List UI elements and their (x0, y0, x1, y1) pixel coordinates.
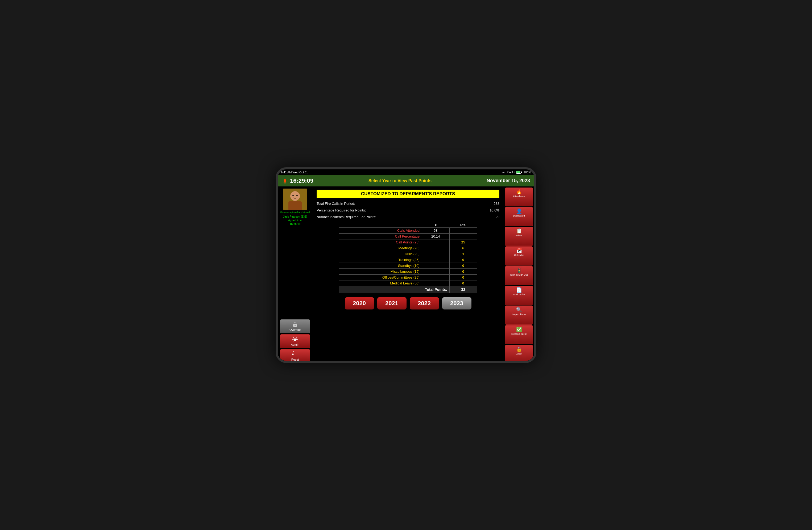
row-pts-4: 1 (449, 251, 477, 257)
row-pts-8: 0 (449, 274, 477, 280)
nav-icon-1: 👤 (516, 209, 522, 213)
header-clock-area: 16:29:09 (282, 177, 314, 184)
row-hash-0: 58 (422, 227, 449, 233)
svg-rect-3 (288, 201, 302, 210)
reset-button[interactable]: Reset (280, 349, 310, 363)
reset-icon (292, 351, 298, 358)
total-fire-calls-label: Total Fire Calls in Period: (317, 200, 355, 207)
number-incidents-label: Number incidents Required For Points: (317, 214, 376, 220)
gear-icon (292, 336, 298, 343)
nav-label-3: Calendar (514, 254, 524, 256)
user-signed-in: signed in at (288, 219, 303, 222)
nav-button-calendar[interactable]: 📅Calendar (505, 246, 533, 266)
number-incidents-value: 29 (496, 214, 499, 220)
svg-rect-8 (295, 325, 295, 326)
year-button-2022[interactable]: 2022 (410, 297, 439, 309)
nav-button-dashboard[interactable]: 👤Dashboard (505, 207, 533, 226)
user-photo (283, 189, 307, 210)
points-table: # Pts. Calls Attended58Call Percentage20… (339, 223, 477, 293)
signal-dots: ···· (502, 171, 506, 174)
svg-point-5 (296, 195, 298, 196)
left-bottom-buttons: Override Admin Reset (280, 319, 310, 363)
row-pts-9: 0 (449, 280, 477, 286)
center-panel: CUSTOMIZED TO DEPARMENT'S REPORTS Total … (313, 186, 504, 363)
nav-button-work-order[interactable]: 📄Work Order (505, 286, 533, 305)
table-row: Trainings (25)0 (339, 257, 477, 263)
row-label-6: Standbys (10) (339, 263, 422, 268)
nav-icon-2: 📋 (516, 228, 522, 233)
row-hash-3 (422, 245, 449, 251)
reset-label: Reset (291, 358, 299, 361)
nav-icon-4: 🚦 (516, 268, 522, 273)
row-label-9: Medical Leave (50) (339, 280, 422, 286)
nav-icon-8: 🔒 (516, 347, 522, 351)
fire-icon (282, 178, 288, 184)
nav-button-inspect-items[interactable]: 🔍Inspect Items (505, 306, 533, 325)
table-row: Offices/Committees (25)0 (339, 274, 477, 280)
row-pts-7: 0 (449, 268, 477, 274)
row-hash-4 (422, 251, 449, 257)
table-row: Meetings (20)6 (339, 245, 477, 251)
total-fire-calls-row: Total Fire Calls in Period: 288 (317, 200, 499, 207)
row-pts-0 (449, 227, 477, 233)
total-row: Total Points: 32 (339, 286, 477, 293)
col-pts-header: Pts. (449, 223, 477, 228)
row-label-8: Offices/Committees (25) (339, 274, 422, 280)
year-button-2021[interactable]: 2021 (377, 297, 407, 309)
user-info: Jack Pearson (333) signed in at 16:28:19 (283, 215, 307, 226)
nav-label-6: Inspect Items (512, 313, 526, 316)
nav-icon-6: 🔍 (516, 307, 522, 312)
total-fire-calls-value: 288 (494, 200, 499, 207)
status-time-text: 9:41 AM Wed Oct 31 (281, 171, 308, 174)
row-label-0: Calls Attended (339, 227, 422, 233)
admin-button[interactable]: Admin (280, 334, 310, 348)
status-time: 9:41 AM Wed Oct 31 (281, 171, 308, 174)
row-hash-7 (422, 268, 449, 274)
table-row: Calls Attended58 (339, 227, 477, 233)
year-button-2023[interactable]: 2023 (442, 297, 472, 309)
svg-point-4 (292, 195, 294, 196)
nav-label-1: Dashboard (513, 214, 525, 217)
nav-icon-7: ✅ (516, 327, 522, 332)
nav-button-sign-in-sign-out[interactable]: 🚦Sign In/Sign Out (505, 266, 533, 285)
row-hash-1: 20.14 (422, 233, 449, 239)
user-avatar-svg (283, 189, 307, 210)
table-row: Call Points (25)25 (339, 239, 477, 245)
row-label-5: Trainings (25) (339, 257, 422, 263)
battery-percent: 100% (524, 171, 531, 174)
row-hash-5 (422, 257, 449, 263)
row-pts-1 (449, 233, 477, 239)
override-label: Override (289, 328, 301, 331)
override-button[interactable]: Override (280, 319, 310, 333)
nav-button-logoff[interactable]: 🔒Logoff (505, 345, 533, 363)
table-row: Medical Leave (50)0 (339, 280, 477, 286)
nav-label-4: Sign In/Sign Out (510, 274, 528, 276)
row-hash-2 (422, 239, 449, 245)
row-label-3: Meetings (20) (339, 245, 422, 251)
nav-label-0: Attendance (513, 195, 525, 198)
wifi-icon: ▾WiFi (507, 170, 514, 174)
year-button-2020[interactable]: 2020 (345, 297, 374, 309)
nav-icon-5: 📄 (516, 288, 522, 292)
lock-icon (292, 321, 298, 327)
row-pts-2: 25 (449, 239, 477, 245)
total-label: Total Points: (339, 286, 449, 293)
percentage-required-row: Percentage Required for Points: 10.0% (317, 207, 499, 213)
percentage-required-label: Percentage Required for Points: (317, 207, 366, 213)
row-hash-8 (422, 274, 449, 280)
row-hash-9 (422, 280, 449, 286)
nav-icon-3: 📅 (516, 248, 522, 253)
stats-section: Total Fire Calls in Period: 288 Percenta… (317, 200, 499, 221)
row-label-4: Drills (20) (339, 251, 422, 257)
nav-button-points[interactable]: 📋Points (505, 227, 533, 246)
admin-label: Admin (291, 343, 299, 346)
nav-button-attendance[interactable]: 🔥Attendance (505, 187, 533, 207)
table-row: Standbys (10)0 (339, 263, 477, 268)
svg-point-2 (290, 191, 300, 201)
clock-display: 16:29:09 (290, 177, 314, 184)
row-pts-3: 6 (449, 245, 477, 251)
row-pts-5: 0 (449, 257, 477, 263)
nav-label-2: Points (516, 234, 522, 237)
col-hash-header: # (422, 223, 449, 228)
nav-button-election-ballot[interactable]: ✅Election Ballot (505, 325, 533, 344)
